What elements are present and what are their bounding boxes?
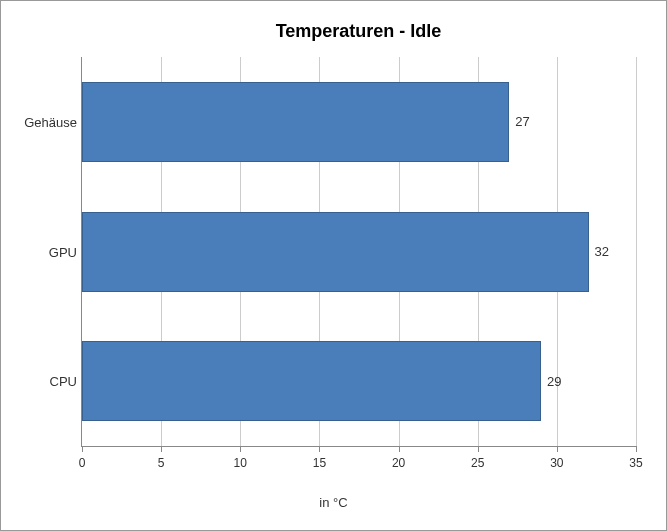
bar-value-label: 29	[547, 374, 561, 389]
chart-title: Temperaturen - Idle	[81, 21, 636, 42]
bar	[82, 341, 541, 421]
x-axis-label: in °C	[319, 495, 347, 510]
x-tick	[557, 446, 558, 452]
y-category-label: Gehäuse	[7, 114, 77, 129]
bar-value-label: 27	[515, 114, 529, 129]
bar-value-label: 32	[595, 244, 609, 259]
plot-area: 0510152025303527Gehäuse32GPU29CPU	[81, 57, 636, 447]
x-tick-label: 35	[629, 456, 642, 470]
x-tick-label: 10	[234, 456, 247, 470]
x-tick-label: 15	[313, 456, 326, 470]
x-tick-label: 30	[550, 456, 563, 470]
bar-row: 32	[82, 212, 636, 292]
x-tick	[319, 446, 320, 452]
x-tick-label: 25	[471, 456, 484, 470]
gridline	[636, 57, 637, 446]
x-tick	[636, 446, 637, 452]
chart-container: Temperaturen - Idle 0510152025303527Gehä…	[0, 0, 667, 531]
bar-row: 29	[82, 341, 636, 421]
y-category-label: GPU	[7, 244, 77, 259]
x-tick-label: 5	[158, 456, 165, 470]
bar-row: 27	[82, 82, 636, 162]
bar	[82, 82, 509, 162]
x-tick	[161, 446, 162, 452]
bar	[82, 212, 589, 292]
x-tick	[240, 446, 241, 452]
x-tick-label: 20	[392, 456, 405, 470]
x-tick	[399, 446, 400, 452]
x-tick-label: 0	[79, 456, 86, 470]
x-tick	[478, 446, 479, 452]
y-category-label: CPU	[7, 374, 77, 389]
x-tick	[82, 446, 83, 452]
